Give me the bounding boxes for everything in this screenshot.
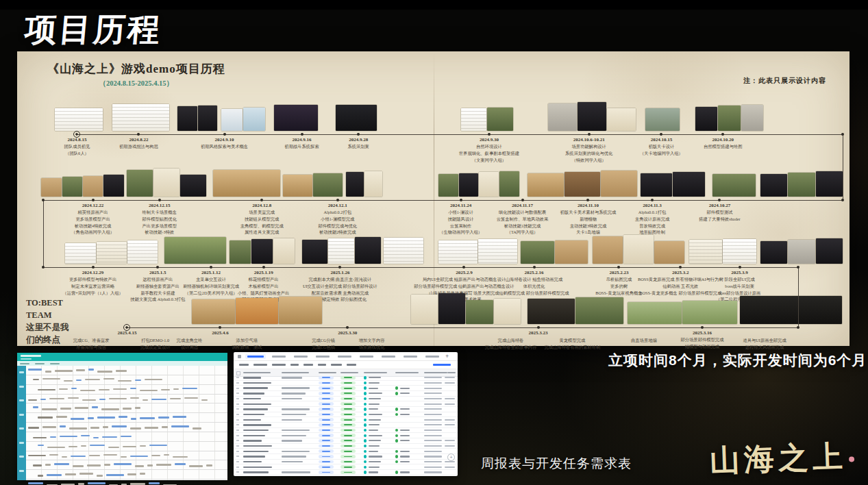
entry-date: 2025.1.12: [201, 270, 221, 275]
timeline-marker: [701, 326, 704, 329]
row-index-bar: [236, 471, 239, 473]
sheet-tab-bar: +: [234, 352, 458, 361]
task-name-bar: [243, 382, 271, 384]
thumbnail: [127, 170, 153, 197]
entry-date: 2024.9.28: [349, 137, 368, 142]
sheet-tab: [336, 354, 354, 359]
cell-link-bar: [135, 380, 141, 382]
entry-date: 2024.9.16: [293, 137, 312, 142]
entry-text: 场景功能解构设计系统策划案的细化与优化（特效同学入组）: [548, 143, 630, 163]
status-pill-label: [344, 440, 352, 441]
finisher-avatar: [395, 408, 398, 410]
start-date-bar: [424, 461, 442, 462]
checkbox-icon: [236, 371, 240, 375]
assignee-avatar: [364, 376, 367, 379]
entry-text: 部件模型测试搭建了大量特效shader: [682, 209, 756, 223]
timeline-connector: [843, 134, 843, 200]
column-header-bar: [424, 372, 447, 374]
finisher-avatar: [395, 471, 398, 473]
table-row: [234, 433, 458, 438]
sheet-title-bar: [21, 355, 41, 357]
thumbnail: [712, 174, 756, 197]
assignee-avatar: [364, 450, 367, 453]
thumbnail: [364, 171, 382, 197]
status-pill-label: [344, 393, 352, 394]
timeline-marker: [521, 199, 524, 201]
status-pill: [340, 402, 356, 406]
thumbnail-cluster: [521, 235, 588, 264]
status-pill-label: [322, 440, 330, 441]
thumbnail: [466, 300, 493, 324]
cell-text-bar: [193, 427, 201, 430]
entry-date: 2025.1.26: [330, 270, 349, 275]
status-pill: [340, 392, 356, 395]
thumbnail: [645, 108, 680, 131]
cell-text-bar: [81, 445, 86, 447]
thumbnail: [336, 105, 377, 131]
timeline-marker: [488, 133, 491, 136]
start-date-bar: [424, 377, 442, 378]
entry-text: 黄龙模型完成完成山海经卷有画的素材绘制: [527, 337, 617, 351]
cell-text-bar: [164, 454, 169, 456]
entry-date: 2025.1.5: [149, 270, 166, 275]
status-pill: [340, 449, 356, 453]
table-row: [234, 428, 458, 434]
sheet-tab-label: [294, 356, 308, 358]
poster-header: 《山海之上》游戏demo项目历程 （2024.8.15-2025.4.15）: [47, 61, 225, 88]
status-pill: [319, 449, 334, 453]
row-index-bar: [236, 393, 239, 394]
status-pill: [319, 397, 334, 401]
cell-text-bar: [80, 390, 95, 392]
thumbnail: [221, 109, 243, 131]
thumbnail-cluster: [112, 102, 170, 131]
cell-link-bar: [151, 399, 166, 401]
timeline-marker: [338, 266, 341, 269]
table-row: [234, 407, 458, 412]
column-header-bar: [395, 372, 419, 374]
task-name-bar: [243, 430, 269, 431]
thumbnail: [97, 242, 127, 264]
cell-text-bar: [123, 446, 136, 448]
sheet-toolbar: [234, 361, 458, 369]
cell-text-bar: [33, 437, 47, 439]
sheet-tab-label: [404, 356, 417, 358]
table-row: [234, 417, 458, 423]
cell-text-bar: [142, 399, 148, 401]
timeline-marker: [219, 326, 221, 329]
thumbnail: [355, 237, 381, 264]
thumbnail-cluster: [283, 168, 343, 197]
poster-title: 《山海之上》游戏demo项目历程: [47, 61, 225, 77]
status-pill: [340, 397, 356, 401]
cell-text-bar: [135, 407, 140, 409]
entry-date: 2024.11.3: [643, 203, 662, 208]
finisher-name-bar: [400, 440, 410, 441]
table-row: [234, 444, 458, 449]
thumbnail: [478, 239, 517, 264]
thumbnail-cluster: [689, 236, 756, 264]
assignee-name-bar: [369, 440, 381, 441]
gutter-label: [19, 442, 24, 444]
cell-link-bar: [130, 456, 148, 458]
row-index-bar: [236, 451, 239, 452]
entry-text: 添加空气墙调配数值、测试: [210, 337, 284, 351]
entry-text: 绘制关卡场景概念部件模型贴图优化产出更多场景模型被动技能-3特效: [123, 209, 197, 236]
cell-link-bar: [158, 416, 169, 419]
task-desc-bar: [282, 419, 302, 421]
status-pill-label: [344, 388, 352, 389]
entry-date: 2024.11.17: [512, 203, 533, 208]
cell-text-bar: [60, 408, 71, 410]
assignee-avatar: [364, 455, 367, 458]
thumbnail-cluster: [230, 236, 295, 264]
cell-link-bar: [149, 445, 167, 447]
status-pill: [319, 434, 334, 437]
cell-text-bar: [97, 475, 103, 477]
entry-date: 2024.12.22: [82, 203, 104, 208]
task-name-bar: [243, 435, 265, 436]
toolbar-item: [50, 363, 60, 364]
start-date-bar: [424, 440, 442, 441]
timeline-poster: 《山海之上》游戏demo项目历程 （2024.8.15-2025.4.15） 注…: [17, 51, 850, 346]
cell-text-bar: [68, 397, 79, 399]
cell-text-bar: [140, 390, 158, 392]
toolbar-item: [331, 364, 342, 366]
finisher-name-bar: [400, 393, 410, 394]
